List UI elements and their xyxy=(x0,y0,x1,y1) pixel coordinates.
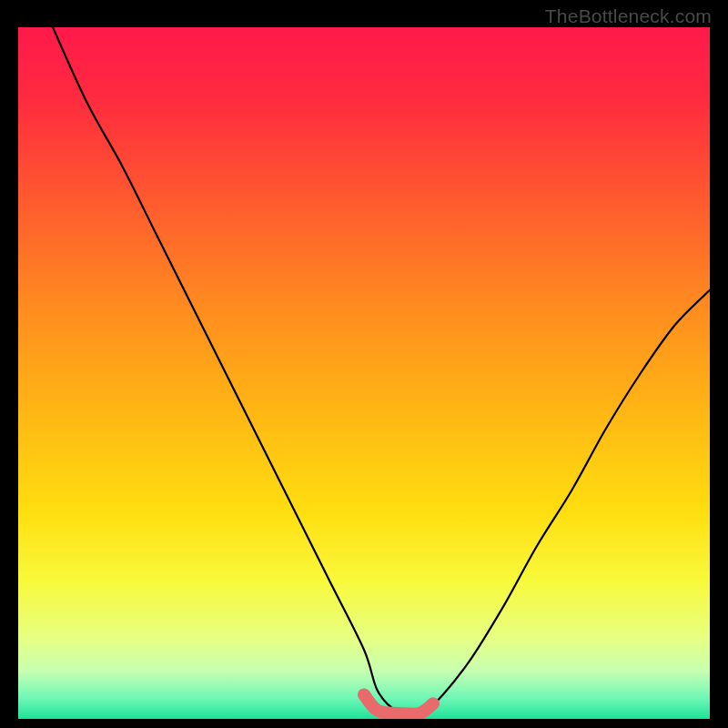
watermark-text: TheBottleneck.com xyxy=(545,5,712,27)
gradient-background xyxy=(18,27,710,719)
plot-area xyxy=(18,27,710,719)
chart-frame: TheBottleneck.com xyxy=(0,0,728,728)
bottleneck-chart xyxy=(18,27,710,719)
